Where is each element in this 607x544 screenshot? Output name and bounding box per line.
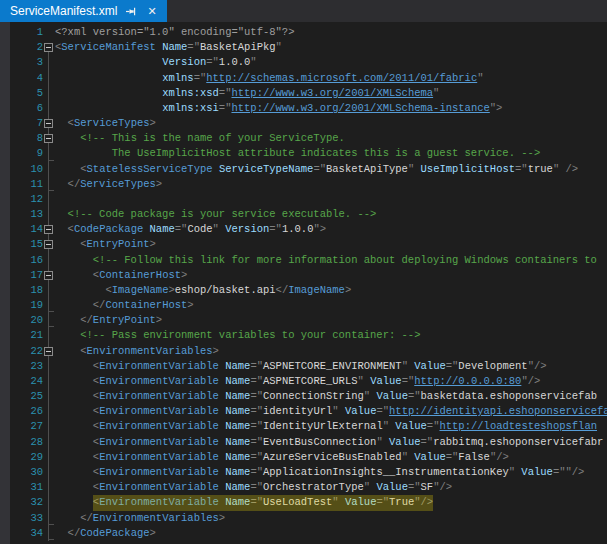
- code-line-text[interactable]: </EntryPoint>: [55, 313, 607, 328]
- code-line: 2<ServiceManifest Name="BasketApiPkg": [0, 40, 607, 55]
- code-line-text[interactable]: <!-- Follow this link for more informati…: [55, 253, 607, 268]
- code-line-text[interactable]: <ServiceTypes>: [55, 116, 607, 131]
- code-line-text[interactable]: <?xml version="1.0" encoding="utf-8"?>: [55, 25, 607, 40]
- code-token: <!-- This is the name of your ServiceTyp…: [80, 132, 345, 144]
- fold-guide-line: [48, 419, 49, 434]
- code-line-text[interactable]: <EnvironmentVariable Name="OrchestratorT…: [55, 480, 607, 495]
- code-line: 31 <EnvironmentVariable Name="Orchestrat…: [0, 480, 607, 495]
- fold-end-tick: [48, 326, 54, 327]
- code-line-text[interactable]: </CodePackage>: [55, 526, 607, 541]
- fold-guide-line: [48, 55, 49, 70]
- code-line-text[interactable]: <ServiceManifest Name="BasketApiPkg": [55, 40, 607, 55]
- code-token: =": [446, 360, 459, 372]
- code-line-text[interactable]: </ContainerHost>: [55, 298, 607, 313]
- code-token: ": [364, 481, 377, 493]
- code-line-text[interactable]: xmlns:xsi="http://www.w3.org/2001/XMLSch…: [55, 101, 607, 116]
- code-line: 21 <!-- Pass environment variables to yo…: [0, 328, 607, 343]
- code-token: [55, 208, 68, 220]
- code-token: Name: [150, 223, 175, 235]
- fold-toggle-icon[interactable]: [44, 134, 53, 143]
- code-line-text[interactable]: The UseImplicitHost attribute indicates …: [55, 146, 607, 161]
- line-number: 10: [0, 162, 43, 177]
- code-line-text[interactable]: <ContainerHost>: [55, 268, 607, 283]
- code-token: =": [313, 163, 326, 175]
- code-token: ConnectionString: [263, 390, 364, 402]
- code-line-text[interactable]: <StatelessServiceType ServiceTypeName="B…: [55, 162, 607, 177]
- code-line-text[interactable]: [55, 192, 607, 207]
- code-line-text[interactable]: <!-- Pass environment variables to your …: [55, 328, 607, 343]
- code-token: Name: [225, 436, 250, 448]
- code-token: [55, 481, 93, 493]
- code-line-text[interactable]: <EnvironmentVariable Name="EventBusConne…: [55, 435, 607, 450]
- code-line-text[interactable]: xmlns:xsd="http://www.w3.org/2001/XMLSch…: [55, 86, 607, 101]
- code-line: 16 <!-- Follow this link for more inform…: [0, 253, 607, 268]
- code-token: False: [458, 451, 490, 463]
- line-number: 5: [0, 86, 43, 101]
- fold-toggle-icon[interactable]: [44, 240, 53, 249]
- code-token: >: [156, 178, 162, 190]
- code-token: [55, 314, 80, 326]
- code-line: 1<?xml version="1.0" encoding="utf-8"?>: [0, 25, 607, 40]
- code-token: Value: [376, 481, 408, 493]
- code-line-text[interactable]: <EnvironmentVariable Name="ASPNETCORE_UR…: [55, 374, 607, 389]
- code-line-text[interactable]: <EnvironmentVariable Name="UseLoadTest" …: [55, 495, 607, 510]
- code-line-text[interactable]: <EnvironmentVariable Name="AzureServiceB…: [55, 450, 607, 465]
- line-number: 18: [0, 283, 43, 298]
- code-token: >: [150, 117, 156, 129]
- code-token: "/>: [521, 375, 540, 387]
- code-token: =": [250, 390, 263, 402]
- code-token: =": [250, 466, 263, 478]
- code-line-text[interactable]: <EnvironmentVariable Name="ASPNETCORE_EN…: [55, 359, 607, 374]
- code-token: EnvironmentVariable: [99, 481, 219, 493]
- fold-toggle-icon[interactable]: [44, 43, 53, 52]
- code-line-text[interactable]: <EnvironmentVariables>: [55, 344, 607, 359]
- code-line-text[interactable]: </EnvironmentVariables>: [55, 511, 607, 526]
- code-line-text[interactable]: Version="1.0.0": [55, 55, 607, 70]
- code-line-text[interactable]: <EnvironmentVariable Name="ConnectionStr…: [55, 389, 607, 404]
- fold-toggle-icon[interactable]: [44, 119, 53, 128]
- code-line-text[interactable]: <EnvironmentVariable Name="IdentityUrlEx…: [55, 419, 607, 434]
- code-token: =": [421, 436, 434, 448]
- code-line-text[interactable]: <ImageName>eshop/basket.api</ImageName>: [55, 283, 607, 298]
- code-line: 23 <EnvironmentVariable Name="ASPNETCORE…: [0, 359, 607, 374]
- code-token: <!-- Follow this link for more informati…: [93, 254, 597, 266]
- code-token: Name: [225, 466, 250, 478]
- highlight-overlay: [93, 495, 433, 510]
- line-number: 33: [0, 511, 43, 526]
- code-token: [55, 299, 93, 311]
- line-number: 11: [0, 177, 43, 192]
- code-line: 20 </EntryPoint>: [0, 313, 607, 328]
- fold-guide-line: [48, 192, 49, 207]
- code-token: =": [408, 390, 421, 402]
- close-icon[interactable]: ✕: [146, 5, 157, 18]
- code-token: EnvironmentVariable: [99, 451, 219, 463]
- code-token: [55, 466, 93, 478]
- code-token: IdentityUrlExternal: [263, 420, 383, 432]
- code-line-text[interactable]: <CodePackage Name="Code" Version="1.0.0"…: [55, 222, 607, 237]
- code-token: eshop/basket.api: [175, 284, 276, 296]
- code-token: EnvironmentVariable: [99, 360, 219, 372]
- code-token: >: [150, 238, 156, 250]
- code-token: </: [68, 527, 81, 539]
- fold-toggle-icon[interactable]: [44, 225, 53, 234]
- pin-icon[interactable]: [125, 5, 138, 18]
- code-line-text[interactable]: <EnvironmentVariable Name="ApplicationIn…: [55, 465, 607, 480]
- code-token: =": [219, 87, 232, 99]
- code-line-text[interactable]: xmlns="http://schemas.microsoft.com/2011…: [55, 71, 607, 86]
- code-token: ContainerHost: [105, 299, 187, 311]
- code-line-text[interactable]: <EntryPoint>: [55, 237, 607, 252]
- code-token: EnvironmentVariables: [93, 512, 219, 524]
- code-area[interactable]: 1<?xml version="1.0" encoding="utf-8"?>2…: [0, 25, 607, 541]
- code-line-text[interactable]: </ServiceTypes>: [55, 177, 607, 192]
- code-line-text[interactable]: <!-- This is the name of your ServiceTyp…: [55, 131, 607, 146]
- vs-editor-window: ServiceManifest.xml ✕ 1<?xml version="1.…: [0, 0, 607, 544]
- code-token: >: [345, 284, 351, 296]
- code-token: [55, 132, 80, 144]
- tab-servicemanifest[interactable]: ServiceManifest.xml ✕: [0, 0, 167, 22]
- fold-toggle-icon[interactable]: [44, 271, 53, 280]
- code-token: ": [408, 163, 421, 175]
- code-line-text[interactable]: <!-- Code package is your service execut…: [55, 207, 607, 222]
- line-number: 2: [0, 40, 43, 55]
- fold-toggle-icon[interactable]: [44, 347, 53, 356]
- code-line-text[interactable]: <EnvironmentVariable Name="identityUrl" …: [55, 404, 607, 419]
